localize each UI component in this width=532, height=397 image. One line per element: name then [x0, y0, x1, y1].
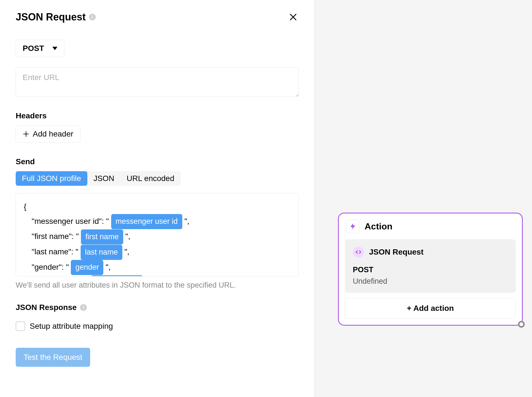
add-action-button[interactable]: + Add action — [345, 298, 516, 319]
mapping-checkbox[interactable] — [16, 321, 25, 331]
json-preview[interactable]: { "messenger user id": " messenger user … — [16, 193, 299, 276]
close-button[interactable] — [288, 11, 299, 23]
send-tabs: Full JSON profile JSON URL encoded — [16, 171, 181, 186]
bolt-icon — [346, 220, 360, 233]
caret-down-icon — [52, 47, 57, 50]
variable-token[interactable]: messenger user id — [111, 214, 182, 229]
send-tab-url-encoded[interactable]: URL encoded — [120, 171, 180, 186]
send-label: Send — [16, 157, 299, 166]
action-item-method: POST — [353, 266, 508, 274]
json-note: We'll send all user attributes in JSON f… — [16, 281, 299, 290]
add-header-label: Add header — [33, 130, 73, 138]
variable-token[interactable]: profile pic url — [91, 275, 143, 276]
response-label: JSON Response — [16, 303, 77, 312]
action-item-url: Undefined — [353, 277, 508, 286]
mapping-checkbox-row[interactable]: Setup attribute mapping — [16, 321, 299, 331]
action-card-title: Action — [365, 221, 393, 232]
action-item-header: JSON Request — [353, 246, 508, 258]
canvas[interactable]: Action JSON Request POST Undefined + Add… — [315, 0, 532, 397]
panel-title: JSON Request — [16, 11, 86, 23]
variable-token[interactable]: first name — [81, 229, 123, 245]
variable-token[interactable]: last name — [81, 245, 122, 260]
variable-token[interactable]: gender — [71, 260, 103, 275]
panel-header: JSON Request i — [16, 11, 299, 23]
url-input[interactable] — [16, 67, 299, 97]
add-header-button[interactable]: Add header — [16, 125, 80, 143]
headers-label: Headers — [16, 111, 299, 120]
plus-icon — [23, 131, 29, 137]
action-card[interactable]: Action JSON Request POST Undefined + Add… — [338, 213, 523, 326]
mapping-checkbox-label: Setup attribute mapping — [30, 322, 113, 331]
panel-title-group: JSON Request i — [16, 11, 96, 23]
send-tab-full-json[interactable]: Full JSON profile — [16, 171, 87, 186]
info-icon[interactable]: i — [80, 304, 87, 311]
send-tab-json[interactable]: JSON — [87, 171, 121, 186]
action-card-header: Action — [345, 220, 516, 233]
close-icon — [289, 13, 297, 21]
action-item-title: JSON Request — [369, 248, 424, 257]
info-icon[interactable]: i — [89, 14, 96, 20]
action-item[interactable]: JSON Request POST Undefined — [345, 239, 516, 293]
test-request-button[interactable]: Test the Request — [16, 348, 90, 367]
resize-handle[interactable] — [518, 321, 525, 328]
method-select[interactable]: POST — [16, 40, 64, 57]
code-icon — [353, 246, 364, 258]
config-panel: JSON Request i POST Headers Add header S… — [0, 0, 315, 397]
response-label-group: JSON Response i — [16, 303, 299, 312]
method-value: POST — [23, 44, 44, 53]
